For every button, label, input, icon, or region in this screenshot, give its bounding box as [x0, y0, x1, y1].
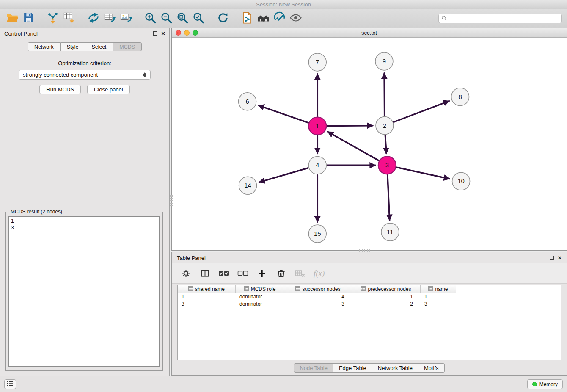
column-header-shared-name[interactable]: shared name	[178, 285, 236, 293]
svg-text:4: 4	[316, 161, 319, 168]
table-panel-title: Table Panel	[177, 255, 206, 261]
zoom-selected-button[interactable]	[190, 11, 206, 27]
close-window-icon[interactable]: ×	[176, 30, 181, 36]
graph-node-15[interactable]: 15	[308, 225, 326, 243]
import-network-button[interactable]	[45, 11, 61, 27]
vertical-splitter-handle[interactable]	[170, 195, 173, 206]
run-mcds-button[interactable]: Run MCDS	[39, 85, 81, 94]
maximize-window-icon[interactable]: +	[193, 30, 198, 36]
show-columns-button[interactable]	[199, 267, 210, 280]
window-titlebar[interactable]: Session: New Session	[0, 0, 567, 9]
edge-2-to-8[interactable]	[394, 101, 449, 122]
task-history-button[interactable]	[4, 379, 16, 389]
import-table-icon	[63, 11, 75, 26]
tab-network[interactable]: Network	[28, 42, 61, 51]
zoom-selected-icon	[192, 11, 205, 26]
graph-node-14[interactable]: 14	[239, 177, 257, 194]
delete-row-button[interactable]	[275, 267, 286, 280]
close-panel-icon[interactable]: ×	[161, 31, 165, 36]
mcds-result-list[interactable]: 13	[8, 216, 160, 367]
graph-node-1[interactable]: 1	[308, 117, 326, 135]
table-row[interactable]: 3dominator323	[178, 301, 561, 308]
select-all-button[interactable]	[218, 267, 229, 280]
clone-network-button[interactable]	[239, 11, 256, 27]
apply-style-button[interactable]	[272, 11, 288, 27]
column-header-predecessor-nodes[interactable]: predecessor nodes	[352, 285, 421, 293]
svg-text:3: 3	[385, 161, 389, 168]
column-attribute-icon	[361, 286, 366, 292]
column-header-successor-nodes[interactable]: successor nodes	[284, 285, 352, 293]
network-window-titlebar[interactable]: × − + scc.txt	[172, 28, 567, 38]
graph-node-2[interactable]: 2	[376, 117, 394, 135]
graph-node-8[interactable]: 8	[451, 88, 469, 106]
graph-node-10[interactable]: 10	[452, 172, 470, 190]
export-image-button[interactable]	[118, 11, 134, 27]
add-row-button[interactable]	[256, 267, 267, 280]
graph-node-6[interactable]: 6	[239, 93, 256, 110]
new-table-button[interactable]	[102, 11, 118, 27]
network-graph[interactable]: 7968124314101511	[172, 38, 567, 250]
zoom-fit-button[interactable]	[174, 11, 190, 27]
tab-select[interactable]: Select	[85, 42, 113, 51]
deselect-all-button[interactable]	[237, 267, 248, 280]
network-canvas[interactable]: 7968124314101511	[172, 38, 567, 250]
graph-node-4[interactable]: 4	[308, 156, 326, 174]
control-panel: Control Panel × NetworkStyleSelectMCDS O…	[0, 28, 170, 376]
graph-node-9[interactable]: 9	[375, 52, 393, 70]
edge-4-to-14[interactable]	[259, 168, 308, 182]
minimize-window-icon[interactable]: −	[184, 30, 190, 36]
table-row[interactable]: 1dominator411	[178, 293, 561, 301]
edge-3-to-11[interactable]	[388, 175, 390, 220]
edge-3-to-1[interactable]	[328, 132, 379, 160]
zoom-in-button[interactable]	[142, 11, 158, 27]
zoom-out-button[interactable]	[158, 11, 174, 27]
float-table-panel-icon[interactable]	[550, 256, 554, 260]
search-box[interactable]	[438, 14, 562, 23]
tab-motifs[interactable]: Motifs	[418, 363, 445, 373]
close-panel-button[interactable]: Close panel	[87, 85, 130, 94]
import-table-button[interactable]	[61, 11, 77, 27]
column-attribute-icon	[188, 286, 193, 292]
tab-edge-table[interactable]: Edge Table	[333, 363, 372, 373]
table-cell: 3	[284, 301, 352, 308]
edge-2-to-9[interactable]	[384, 73, 385, 116]
column-label: successor nodes	[302, 286, 340, 292]
search-input[interactable]	[449, 16, 559, 22]
column-header-mcds-role[interactable]: MCDS role	[236, 285, 284, 293]
tab-style[interactable]: Style	[61, 42, 85, 51]
graph-node-7[interactable]: 7	[308, 53, 326, 71]
save-session-button[interactable]	[20, 11, 36, 27]
tab-node-table[interactable]: Node Table	[294, 363, 333, 373]
horizontal-splitter-handle[interactable]	[359, 249, 370, 252]
edge-1-to-6[interactable]	[259, 105, 308, 123]
memory-status-icon	[532, 382, 537, 386]
application-window: Session: New Session	[0, 0, 567, 392]
new-network-button[interactable]	[85, 11, 102, 27]
svg-text:9: 9	[383, 58, 386, 65]
memory-button[interactable]: Memory	[527, 379, 563, 389]
column-header-name[interactable]: name	[421, 285, 456, 293]
edge-1-to-2[interactable]	[327, 126, 373, 126]
svg-text:10: 10	[457, 177, 465, 185]
tab-network-table[interactable]: Network Table	[372, 363, 418, 373]
refresh-network-button[interactable]	[215, 11, 231, 27]
status-bar: Memory	[0, 376, 567, 392]
edge-3-to-10[interactable]	[396, 167, 449, 179]
window-controls: × − +	[176, 30, 198, 36]
close-table-panel-icon[interactable]: ×	[558, 256, 561, 260]
criterion-dropdown[interactable]: strongly connected component	[19, 70, 151, 80]
criterion-dropdown-value: strongly connected component	[23, 72, 98, 78]
svg-text:14: 14	[244, 182, 251, 189]
graph-node-3[interactable]: 3	[378, 156, 396, 174]
first-neighbors-button[interactable]	[256, 11, 272, 27]
edge-2-to-3[interactable]	[385, 135, 386, 154]
graph-node-11[interactable]: 11	[381, 223, 399, 241]
table-panel-header: Table Panel ×	[172, 252, 567, 263]
table-settings-button[interactable]	[180, 267, 191, 280]
document-network-icon	[241, 11, 254, 26]
float-panel-icon[interactable]	[153, 31, 157, 36]
network-window-title: scc.txt	[361, 30, 377, 36]
tab-mcds[interactable]: MCDS	[113, 42, 142, 51]
show-hide-button[interactable]	[288, 11, 304, 27]
open-file-button[interactable]	[4, 11, 20, 27]
